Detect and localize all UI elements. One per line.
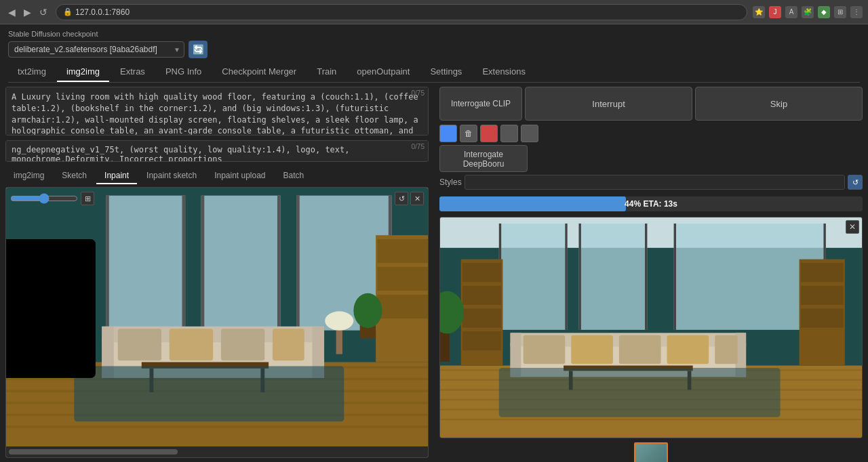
progress-fill: [439, 196, 626, 211]
svg-rect-23: [170, 329, 213, 360]
tab-settings[interactable]: Settings: [420, 62, 471, 82]
styles-input[interactable]: [465, 175, 845, 190]
tab-png-info[interactable]: PNG Info: [156, 62, 211, 82]
svg-rect-48: [674, 224, 676, 330]
bookmark-icon[interactable]: ⭐: [753, 6, 765, 18]
tab-txt2img[interactable]: txt2img: [8, 62, 56, 82]
extension-icon-1[interactable]: J: [769, 6, 781, 18]
right-panel: Interrogate CLIP Interrupt Skip 🗑 Interr…: [434, 83, 868, 462]
svg-rect-8: [6, 425, 428, 428]
svg-rect-16: [296, 196, 300, 331]
svg-rect-32: [377, 267, 428, 291]
interrogate-clip-button[interactable]: Interrogate CLIP: [439, 87, 522, 121]
extension-icon-3[interactable]: 🧩: [802, 6, 814, 18]
positive-prompt-wrapper: A Luxury living room with high quality w…: [5, 87, 429, 138]
tab-img2img[interactable]: img2img: [57, 62, 109, 82]
top-section: Stable Diffusion checkpoint deliberate_v…: [0, 24, 868, 83]
checkpoint-label: Stable Diffusion checkpoint: [8, 30, 860, 38]
svg-rect-42: [579, 224, 648, 330]
color-btn-red[interactable]: [480, 125, 498, 142]
url-text: 127.0.0.1:7860: [75, 7, 130, 17]
color-btn-trash[interactable]: 🗑: [460, 125, 477, 142]
refresh-button[interactable]: ↺: [37, 5, 50, 19]
skip-button[interactable]: Skip: [695, 87, 863, 121]
action-row: Interrogate CLIP Interrupt Skip: [434, 83, 868, 125]
sub-tab-inpaint[interactable]: Inpaint: [96, 168, 137, 184]
svg-rect-25: [273, 329, 304, 360]
color-btn-gray1[interactable]: [500, 125, 518, 142]
svg-rect-62: [571, 335, 613, 364]
extension-icon-4[interactable]: ◆: [818, 6, 830, 18]
svg-rect-63: [619, 335, 661, 364]
styles-label: Styles: [439, 177, 462, 187]
negative-char-count: 0/75: [412, 143, 425, 150]
forward-button[interactable]: ▶: [21, 5, 34, 19]
interrupt-button[interactable]: Interrupt: [525, 87, 692, 121]
svg-point-35: [353, 293, 382, 329]
tab-checkpoint-merger[interactable]: Checkpoint Merger: [212, 62, 306, 82]
browser-right-icons: ⭐ J A 🧩 ◆ ⊞ ⋮: [753, 6, 863, 18]
negative-prompt-wrapper: ng_deepnegative_v1_75t, (worst quality, …: [5, 140, 429, 164]
svg-rect-10: [201, 196, 281, 331]
canvas-toolbar: ↺ ✕: [395, 192, 424, 205]
browser-nav-buttons: ◀ ▶ ↺: [5, 5, 50, 19]
svg-rect-41: [499, 224, 568, 330]
svg-rect-15: [277, 196, 281, 331]
canvas-slider-row: ⊞: [10, 192, 94, 205]
thumbnail-image: [635, 444, 667, 462]
extension-icon-2[interactable]: A: [785, 6, 797, 18]
tab-train[interactable]: Train: [307, 62, 346, 82]
styles-refresh-button[interactable]: ↺: [848, 175, 863, 190]
sub-tab-sketch[interactable]: Sketch: [54, 168, 95, 184]
sub-tab-img2img[interactable]: img2img: [5, 168, 52, 184]
progress-text: 44% ETA: 13s: [625, 199, 677, 209]
url-bar[interactable]: 🔒 127.0.0.1:7860: [56, 4, 747, 20]
svg-rect-22: [118, 329, 161, 360]
canvas-adjust-button[interactable]: ⊞: [81, 192, 94, 205]
tab-extras[interactable]: Extras: [111, 62, 155, 82]
generated-image-close-button[interactable]: ✕: [846, 220, 859, 234]
svg-rect-46: [579, 224, 581, 330]
back-button[interactable]: ◀: [5, 5, 18, 19]
generated-image-wrapper: ✕: [439, 217, 863, 438]
sub-tab-inpaint-sketch[interactable]: Inpaint sketch: [138, 168, 205, 184]
styles-row: Styles ↺: [434, 175, 868, 194]
svg-rect-71: [462, 263, 501, 282]
svg-rect-76: [801, 263, 844, 282]
canvas-close-button[interactable]: ✕: [410, 192, 424, 205]
svg-rect-47: [645, 224, 647, 330]
color-btn-gray2[interactable]: [521, 125, 538, 142]
svg-rect-74: [462, 331, 501, 350]
svg-rect-72: [462, 286, 501, 305]
svg-rect-12: [106, 196, 109, 331]
extension-icon-5[interactable]: ⊞: [834, 6, 846, 18]
thumbnail-item[interactable]: [634, 442, 668, 462]
thumbnail-strip: [439, 441, 863, 462]
positive-char-count: 0/75: [412, 89, 425, 97]
interrupt-skip-wrapper: Interrupt Skip: [525, 87, 863, 121]
svg-rect-73: [462, 309, 501, 328]
tab-extensions[interactable]: Extensions: [473, 62, 535, 82]
checkpoint-select[interactable]: deliberate_v2.safetensors [9aba26abdf]: [8, 41, 184, 58]
interrogate-deepbooru-button[interactable]: Interrogate DeepBooru: [439, 145, 528, 172]
svg-rect-78: [801, 309, 844, 328]
negative-prompt-input[interactable]: ng_deepnegative_v1_75t, (worst quality, …: [5, 140, 429, 162]
sub-tab-inpaint-upload[interactable]: Inpaint upload: [206, 168, 273, 184]
canvas-scrollbar[interactable]: [6, 446, 428, 457]
brush-size-slider[interactable]: [10, 193, 78, 204]
svg-rect-9: [106, 196, 185, 331]
scroll-thumb: [9, 449, 178, 455]
color-btn-blue[interactable]: [439, 125, 457, 142]
tab-openoutpaint[interactable]: openOutpaint: [347, 62, 419, 82]
generated-image-area: ✕ 📁 Save Zip Send to Send to: [434, 214, 868, 462]
svg-rect-64: [667, 335, 709, 364]
svg-rect-61: [524, 335, 566, 364]
svg-rect-31: [377, 239, 428, 263]
canvas-refresh-button[interactable]: ↺: [395, 192, 408, 205]
svg-rect-69: [499, 368, 781, 417]
refresh-checkpoint-button[interactable]: 🔄: [189, 41, 208, 58]
positive-prompt-input[interactable]: A Luxury living room with high quality w…: [5, 87, 429, 135]
svg-rect-14: [201, 196, 205, 331]
sub-tab-batch[interactable]: Batch: [275, 168, 313, 184]
menu-button[interactable]: ⋮: [850, 6, 863, 18]
